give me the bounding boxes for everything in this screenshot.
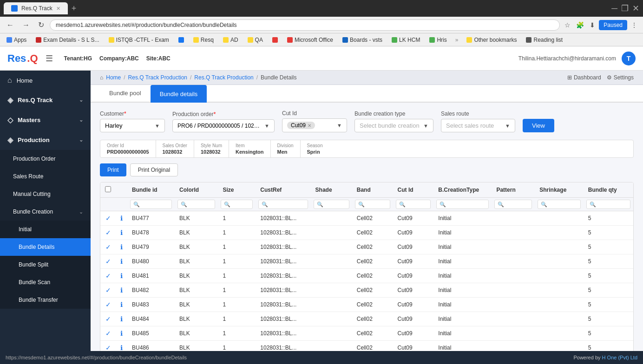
user-avatar[interactable]: T (622, 52, 636, 65)
active-tab[interactable]: Res.Q Track ✕ (4, 2, 68, 14)
row-info-icon-9[interactable]: ℹ (120, 344, 123, 351)
cut-id-dropdown[interactable]: Cut09 ✕ ▼ (282, 118, 347, 132)
bookmark-lkhcm-label: LK HCM (399, 37, 420, 43)
bundle-creation-type-dropdown[interactable]: Select bundle creation ▼ (354, 119, 433, 132)
sidebar-item-initial[interactable]: Initial (0, 221, 91, 238)
sidebar-item-manual-cutting[interactable]: Manual Cutting (0, 185, 91, 203)
search-shrinkage-input[interactable] (538, 200, 580, 209)
back-button[interactable]: ← (4, 19, 17, 31)
sidebar-bundle-scan-label: Bundle Scan (19, 279, 50, 286)
search-bundle-qty-input[interactable] (586, 200, 630, 209)
bookmark-resq[interactable]: Resq (190, 36, 217, 44)
select-all-checkbox[interactable] (105, 186, 111, 192)
bundle-table: Bundle id ColorId Size CustRef Shade Ban… (100, 182, 633, 351)
more-bookmarks-button[interactable]: » (453, 37, 460, 43)
sidebar-item-bundle-details[interactable]: Bundle Details (0, 238, 91, 256)
powered-link[interactable]: H One (Pvt) Ltd (602, 355, 637, 360)
sidebar-item-bundle-split[interactable]: Bundle Split (0, 256, 91, 273)
print-button[interactable]: Print (100, 163, 126, 176)
new-tab-button[interactable]: + (72, 4, 77, 13)
row-size-1: 1 (218, 226, 256, 240)
production-chevron: ⌄ (79, 137, 83, 143)
sidebar-item-bundle-creation[interactable]: Bundle Creation ⌄ (0, 203, 91, 221)
bookmark-circle[interactable] (269, 36, 281, 44)
settings-link[interactable]: ⚙ Settings (607, 74, 634, 81)
row-info-icon-8[interactable]: ℹ (120, 330, 123, 337)
bookmark-apps[interactable]: Apps (4, 36, 29, 44)
breadcrumb-resqtrack1[interactable]: Res.Q Track Production (128, 74, 187, 81)
bookmark-hris[interactable]: Hris (426, 36, 449, 44)
bookmark-msoffice[interactable]: Microsoft Office (284, 36, 336, 44)
row-size-4: 1 (218, 269, 256, 283)
menu-icon[interactable]: ⋮ (629, 20, 639, 31)
bookmark-other[interactable]: Other bookmarks (464, 36, 519, 44)
sidebar-item-production-order[interactable]: Production Order (0, 150, 91, 168)
search-bundle-id-input[interactable] (130, 200, 172, 209)
minimize-button[interactable]: ─ (611, 4, 617, 13)
tab-close-icon[interactable]: ✕ (56, 6, 60, 12)
extension-icon[interactable]: 🧩 (574, 20, 586, 31)
bookmark-exam[interactable]: Exam Details - S L S... (33, 36, 102, 44)
row-info-icon-4[interactable]: ℹ (120, 272, 123, 280)
sidebar-item-bundle-transfer[interactable]: Bundle Transfer (0, 291, 91, 309)
sidebar-item-masters[interactable]: ◇ Masters ⌄ (0, 110, 91, 130)
tab-bundle-details[interactable]: Bundle details (151, 85, 207, 103)
bookmark-istqb[interactable]: ISTQB -CTFL - Exam (106, 36, 172, 44)
row-bundle-qty-0: 5 (584, 211, 633, 226)
cut-id-clear-icon[interactable]: ✕ (308, 123, 311, 128)
row-band-6: Cell02 (352, 298, 393, 312)
bookmark-fb[interactable] (176, 36, 187, 44)
sidebar-item-home[interactable]: ⌂ Home (0, 71, 91, 90)
row-cut-id-9: Cut09 (393, 341, 434, 351)
search-size-input[interactable] (221, 200, 253, 209)
search-color-id-input[interactable] (177, 200, 215, 209)
row-info-icon-1[interactable]: ℹ (120, 229, 123, 236)
fb-icon (178, 37, 184, 43)
row-pattern-3 (492, 254, 535, 269)
breadcrumb-resqtrack2[interactable]: Res.Q Track Production (194, 74, 253, 81)
breadcrumb-home[interactable]: Home (106, 74, 121, 81)
search-shade-input[interactable] (314, 200, 349, 209)
star-icon[interactable]: ☆ (563, 20, 572, 31)
paused-button[interactable]: Paused (599, 20, 627, 30)
sidebar-item-resqtrack[interactable]: ◈ Res.Q Track ⌄ (0, 90, 91, 110)
search-cust-ref-input[interactable] (258, 200, 308, 209)
search-pattern-input[interactable] (494, 200, 532, 209)
search-band-input[interactable] (355, 200, 390, 209)
customer-dropdown[interactable]: Harley ▼ (100, 119, 165, 132)
sidebar-item-production[interactable]: ◈ Production ⌄ (0, 130, 91, 150)
bookmark-qa[interactable]: QA (245, 36, 266, 44)
view-button[interactable]: View (523, 119, 554, 132)
address-bar[interactable] (50, 20, 560, 31)
production-order-dropdown[interactable]: PRO6 / PRD0000000005 / 1028032 / Ke... ▼ (172, 119, 275, 132)
tab-bundle-pool[interactable]: Bundle pool (100, 85, 151, 103)
close-button[interactable]: ✕ (632, 3, 639, 13)
row-check-icon-1: ✓ (105, 229, 111, 236)
sales-route-dropdown[interactable]: Select sales route ▼ (441, 119, 515, 132)
row-info-icon-2[interactable]: ℹ (120, 243, 123, 251)
hamburger-menu[interactable]: ☰ (46, 53, 53, 64)
sidebar-item-bundle-scan[interactable]: Bundle Scan (0, 273, 91, 291)
row-pattern-2 (492, 240, 535, 254)
row-info-icon-5[interactable]: ℹ (120, 286, 123, 294)
row-color-id-8: BLK (175, 326, 218, 341)
download-icon[interactable]: ⬇ (588, 20, 597, 31)
bookmark-ad[interactable]: AD (220, 36, 241, 44)
forward-button[interactable]: → (20, 19, 33, 31)
row-info-icon-0[interactable]: ℹ (120, 214, 123, 222)
row-info-icon-3[interactable]: ℹ (120, 258, 123, 265)
print-original-button[interactable]: Print Original (130, 163, 178, 176)
search-b-creation-input[interactable] (436, 200, 489, 209)
restore-button[interactable]: ❐ (621, 3, 629, 13)
refresh-button[interactable]: ↻ (35, 19, 47, 31)
dashboard-link[interactable]: ⊞ Dashboard (567, 74, 601, 81)
bookmark-lkhcm[interactable]: LK HCM (389, 36, 423, 44)
search-cut-id-input[interactable] (396, 200, 431, 209)
sidebar-item-sales-route[interactable]: Sales Route (0, 168, 91, 185)
info-style-num-label: Style Num (201, 143, 222, 148)
sidebar-bundle-details-label: Bundle Details (19, 244, 54, 250)
bookmark-reading[interactable]: Reading list (523, 36, 565, 44)
row-info-icon-7[interactable]: ℹ (120, 315, 123, 323)
row-info-icon-6[interactable]: ℹ (120, 301, 123, 308)
bookmark-vsts[interactable]: Boards - vsts (340, 36, 385, 44)
